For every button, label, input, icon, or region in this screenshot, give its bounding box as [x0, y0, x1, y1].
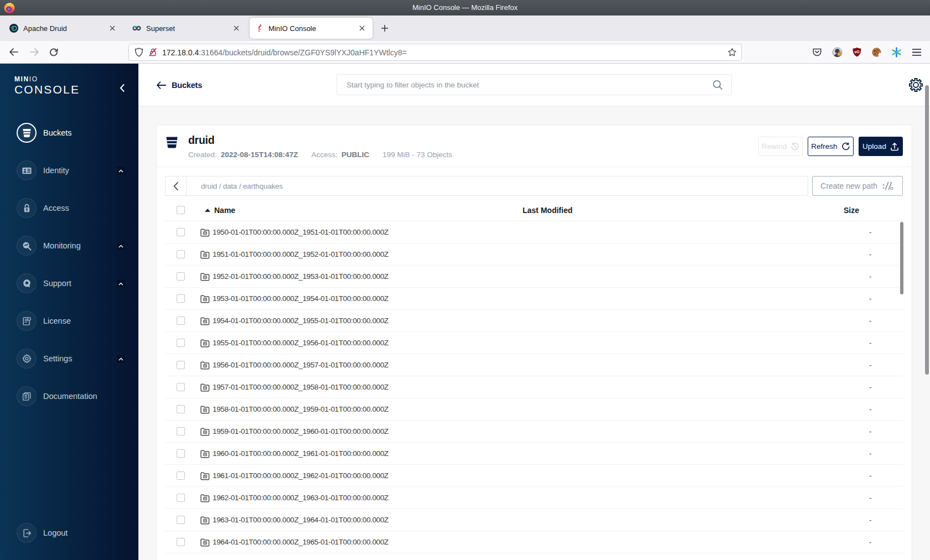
table-row[interactable]: 1952-01-01T00:00:00.000Z_1953-01-01T00:0…: [165, 266, 903, 288]
bucket-details: Created: 2022-08-15T14:08:47Z Access: PU…: [188, 151, 452, 159]
row-checkbox[interactable]: [177, 494, 185, 502]
tab-apache-druid[interactable]: Apache Druid: [4, 18, 123, 39]
row-checkbox[interactable]: [177, 516, 185, 524]
privacy-extension-icon[interactable]: [829, 44, 845, 60]
back-to-buckets-link[interactable]: Buckets: [156, 64, 202, 106]
object-size: -: [869, 398, 872, 421]
object-name: 1961-01-01T00:00:00.000Z_1962-01-01T00:0…: [213, 465, 389, 487]
folder-icon: [200, 229, 210, 237]
row-checkbox[interactable]: [177, 405, 185, 413]
sidebar-item-logout[interactable]: Logout: [0, 514, 138, 552]
column-header-size[interactable]: Size: [844, 199, 859, 221]
column-header-name[interactable]: Name: [214, 199, 235, 221]
row-checkbox[interactable]: [177, 339, 185, 347]
sidebar-item-settings[interactable]: Settings: [0, 340, 138, 377]
object-name: 1965-01-01T00:00:00.000Z_1966-01-01T00:0…: [213, 553, 389, 560]
table-row[interactable]: 1956-01-01T00:00:00.000Z_1957-01-01T00:0…: [165, 354, 903, 376]
console-settings-gear-icon[interactable]: [909, 78, 923, 92]
shield-icon[interactable]: [135, 48, 143, 57]
sidebar-item-label: Settings: [43, 340, 72, 377]
bucket-icon: [166, 136, 178, 149]
cookie-extension-icon[interactable]: [869, 44, 884, 60]
sidebar-item-access[interactable]: Access: [0, 189, 138, 227]
row-checkbox[interactable]: [177, 427, 185, 435]
row-checkbox[interactable]: [177, 538, 185, 546]
url-path: :31664/buckets/druid/browse/ZGF0YS9lYXJ0…: [199, 48, 406, 57]
breadcrumb-path[interactable]: druid / data / earthquakes: [187, 177, 283, 195]
row-checkbox[interactable]: [177, 272, 185, 281]
window-title: MinIO Console — Mozilla Firefox: [0, 0, 930, 15]
tab-close-icon[interactable]: [106, 22, 118, 34]
chevron-up-icon[interactable]: [117, 167, 125, 175]
table-row[interactable]: 1963-01-01T00:00:00.000Z_1964-01-01T00:0…: [165, 509, 903, 531]
create-new-path-button[interactable]: Create new path: [812, 176, 903, 196]
sidebar-item-identity[interactable]: Identity: [0, 152, 138, 189]
objects-table: Name Last Modified Size 1950-01-01T00:00…: [165, 199, 903, 560]
upload-button[interactable]: Upload: [859, 137, 903, 156]
row-checkbox[interactable]: [177, 294, 185, 303]
sidebar-item-buckets[interactable]: Buckets: [0, 114, 138, 152]
table-row[interactable]: 1950-01-01T00:00:00.000Z_1951-01-01T00:0…: [165, 221, 903, 243]
forward-button[interactable]: [27, 44, 42, 60]
back-button[interactable]: [6, 44, 21, 60]
row-checkbox[interactable]: [177, 449, 185, 458]
select-all-checkbox[interactable]: [177, 206, 185, 214]
table-row[interactable]: 1951-01-01T00:00:00.000Z_1952-01-01T00:0…: [165, 243, 903, 266]
tab-minio-console[interactable]: MinIO Console: [250, 18, 373, 39]
tab-close-icon[interactable]: [356, 22, 368, 34]
table-row[interactable]: 1964-01-01T00:00:00.000Z_1965-01-01T00:0…: [165, 531, 903, 553]
hamburger-menu-icon[interactable]: [909, 44, 924, 60]
row-checkbox[interactable]: [177, 383, 185, 391]
table-row[interactable]: 1958-01-01T00:00:00.000Z_1959-01-01T00:0…: [165, 398, 903, 421]
sidebar-item-license[interactable]: License: [0, 302, 138, 340]
chevron-up-icon[interactable]: [117, 279, 125, 288]
object-size: -: [869, 288, 872, 310]
chevron-up-icon[interactable]: [117, 355, 125, 363]
created-label: Created:: [188, 151, 217, 159]
breadcrumb-back-button[interactable]: [166, 177, 187, 195]
column-header-last-modified[interactable]: Last Modified: [523, 199, 572, 221]
chevron-up-icon[interactable]: [117, 242, 125, 250]
sidebar-item-documentation[interactable]: Documentation: [0, 377, 138, 415]
table-row[interactable]: 1954-01-01T00:00:00.000Z_1955-01-01T00:0…: [165, 310, 903, 332]
colorful-asterisk-extension-icon[interactable]: [888, 44, 904, 60]
table-row[interactable]: 1961-01-01T00:00:00.000Z_1962-01-01T00:0…: [165, 465, 903, 487]
rewind-button[interactable]: Rewind: [758, 137, 803, 156]
table-row[interactable]: 1957-01-01T00:00:00.000Z_1958-01-01T00:0…: [165, 376, 903, 398]
logout-icon: [17, 523, 37, 543]
table-row[interactable]: 1960-01-01T00:00:00.000Z_1961-01-01T00:0…: [165, 443, 903, 465]
table-row[interactable]: 1953-01-01T00:00:00.000Z_1954-01-01T00:0…: [165, 288, 903, 310]
table-row[interactable]: 1965-01-01T00:00:00.000Z_1966-01-01T00:0…: [165, 553, 903, 560]
sidebar-item-monitoring[interactable]: Monitoring: [0, 227, 138, 265]
object-size: -: [869, 332, 872, 354]
sidebar-item-support[interactable]: Support: [0, 265, 138, 302]
tab-superset[interactable]: Superset: [127, 18, 247, 39]
row-checkbox[interactable]: [177, 228, 185, 236]
reload-button[interactable]: [46, 44, 61, 60]
tab-close-icon[interactable]: [230, 22, 242, 34]
folder-icon: [200, 450, 210, 458]
ublock-origin-icon[interactable]: uO: [849, 44, 865, 60]
table-row[interactable]: 1962-01-01T00:00:00.000Z_1963-01-01T00:0…: [165, 487, 903, 509]
sidebar-collapse-icon[interactable]: [117, 84, 126, 92]
folder-icon: [200, 516, 210, 525]
row-checkbox[interactable]: [177, 361, 185, 369]
access-value: PUBLIC: [342, 151, 369, 159]
refresh-button[interactable]: Refresh: [808, 137, 854, 156]
sort-ascending-icon[interactable]: [205, 209, 210, 212]
new-tab-button[interactable]: [377, 20, 392, 36]
pocket-icon[interactable]: [809, 44, 825, 60]
druid-favicon-icon: [9, 24, 18, 33]
row-checkbox[interactable]: [177, 471, 185, 480]
row-checkbox[interactable]: [177, 317, 185, 325]
folder-icon: [200, 428, 210, 436]
table-scrollbar-thumb[interactable]: [900, 222, 903, 294]
object-filter-input[interactable]: [337, 81, 712, 89]
table-row[interactable]: 1959-01-01T00:00:00.000Z_1960-01-01T00:0…: [165, 421, 903, 443]
page-scrollbar-thumb[interactable]: [925, 85, 929, 375]
row-checkbox[interactable]: [177, 250, 185, 258]
table-row[interactable]: 1955-01-01T00:00:00.000Z_1956-01-01T00:0…: [165, 332, 903, 354]
url-bar[interactable]: 172.18.0.4:31664/buckets/druid/browse/ZG…: [128, 44, 742, 61]
connection-not-secure-icon[interactable]: [148, 48, 158, 57]
bookmark-star-icon[interactable]: [727, 48, 737, 57]
